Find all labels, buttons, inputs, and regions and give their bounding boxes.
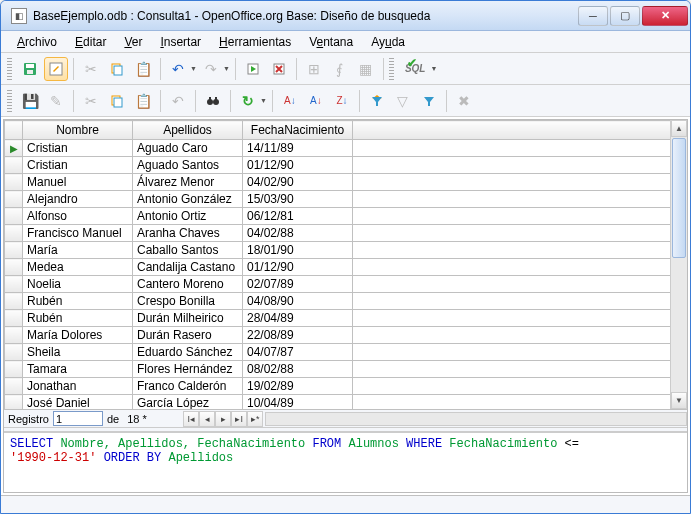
- row-header[interactable]: [5, 378, 23, 395]
- cell[interactable]: Francisco Manuel: [23, 225, 133, 242]
- undo-dropdown[interactable]: ▼: [190, 65, 197, 72]
- nav-current-input[interactable]: [53, 411, 103, 426]
- row-header[interactable]: [5, 191, 23, 208]
- row-header[interactable]: [5, 242, 23, 259]
- cell[interactable]: Franco Calderón: [133, 378, 243, 395]
- cell[interactable]: Noelia: [23, 276, 133, 293]
- toolbar-grip-2[interactable]: [389, 58, 394, 80]
- cell[interactable]: 01/12/90: [243, 259, 353, 276]
- cell[interactable]: María: [23, 242, 133, 259]
- table-row[interactable]: AlfonsoAntonio Ortiz06/12/81: [5, 208, 687, 225]
- copy-button[interactable]: [105, 57, 129, 81]
- menu-editar[interactable]: Editar: [67, 33, 114, 51]
- redo-button[interactable]: ↷: [199, 57, 223, 81]
- table-row[interactable]: ManuelÁlvarez Menor04/02/90: [5, 174, 687, 191]
- menu-herramientas[interactable]: Herramientas: [211, 33, 299, 51]
- cell[interactable]: Durán Milheirico: [133, 310, 243, 327]
- save-button[interactable]: [18, 57, 42, 81]
- menu-ver[interactable]: Ver: [116, 33, 150, 51]
- menu-insertar[interactable]: Insertar: [152, 33, 209, 51]
- row-header[interactable]: [5, 395, 23, 410]
- table-row[interactable]: RubénDurán Milheirico28/04/89: [5, 310, 687, 327]
- table-row[interactable]: Francisco ManuelAranha Chaves04/02/88: [5, 225, 687, 242]
- menu-ayuda[interactable]: Ayuda: [363, 33, 413, 51]
- apply-filter-button[interactable]: ▽: [391, 89, 415, 113]
- cell[interactable]: 06/12/81: [243, 208, 353, 225]
- refresh-dropdown[interactable]: ▼: [260, 97, 267, 104]
- cell[interactable]: Aguado Santos: [133, 157, 243, 174]
- cell[interactable]: 04/02/88: [243, 225, 353, 242]
- scroll-up-button[interactable]: ▲: [671, 120, 687, 137]
- save-record-button[interactable]: 💾: [18, 89, 42, 113]
- row-header[interactable]: [5, 208, 23, 225]
- corner-cell[interactable]: [5, 121, 23, 140]
- table-row[interactable]: JonathanFranco Calderón19/02/89: [5, 378, 687, 395]
- cell[interactable]: 15/03/90: [243, 191, 353, 208]
- redo-dropdown[interactable]: ▼: [223, 65, 230, 72]
- row-header[interactable]: [5, 276, 23, 293]
- table-row[interactable]: AlejandroAntonio González15/03/90: [5, 191, 687, 208]
- cell[interactable]: 10/04/89: [243, 395, 353, 410]
- paste-data-button[interactable]: 📋: [131, 89, 155, 113]
- cell[interactable]: Álvarez Menor: [133, 174, 243, 191]
- cell[interactable]: Tamara: [23, 361, 133, 378]
- cell[interactable]: Cantero Moreno: [133, 276, 243, 293]
- edit-data-button[interactable]: ✎: [44, 89, 68, 113]
- toolbar-grip[interactable]: [7, 58, 12, 80]
- cell[interactable]: Alfonso: [23, 208, 133, 225]
- edit-mode-button[interactable]: [44, 57, 68, 81]
- cell[interactable]: María Dolores: [23, 327, 133, 344]
- cell[interactable]: Candalija Castano: [133, 259, 243, 276]
- sort-desc-button[interactable]: Z↓: [330, 89, 354, 113]
- table-row[interactable]: TamaraFlores Hernández08/02/88: [5, 361, 687, 378]
- vertical-scrollbar[interactable]: ▲ ▼: [670, 120, 687, 409]
- cell[interactable]: 19/02/89: [243, 378, 353, 395]
- row-header[interactable]: [5, 310, 23, 327]
- nav-first-button[interactable]: I◂: [183, 411, 199, 427]
- row-header[interactable]: [5, 259, 23, 276]
- cell[interactable]: Medea: [23, 259, 133, 276]
- sql-dropdown[interactable]: ▼: [430, 65, 437, 72]
- menu-ventana[interactable]: Ventana: [301, 33, 361, 51]
- cell[interactable]: García López: [133, 395, 243, 410]
- scroll-thumb[interactable]: [672, 138, 686, 258]
- undo-button[interactable]: ↶: [166, 57, 190, 81]
- copy-data-button[interactable]: [105, 89, 129, 113]
- data-table[interactable]: Nombre Apellidos FechaNacimiento ▶Cristi…: [4, 120, 687, 409]
- col-nombre[interactable]: Nombre: [23, 121, 133, 140]
- cell[interactable]: 14/11/89: [243, 140, 353, 157]
- cell[interactable]: Jonathan: [23, 378, 133, 395]
- refresh-button[interactable]: ↻: [236, 89, 260, 113]
- cell[interactable]: Rubén: [23, 293, 133, 310]
- sql-editor[interactable]: SELECT Nombre, Apellidos, FechaNacimient…: [4, 432, 687, 492]
- row-header[interactable]: [5, 225, 23, 242]
- cell[interactable]: Alejandro: [23, 191, 133, 208]
- cell[interactable]: 01/12/90: [243, 157, 353, 174]
- autofilter-button[interactable]: [365, 89, 389, 113]
- row-header[interactable]: [5, 344, 23, 361]
- cell[interactable]: Sheila: [23, 344, 133, 361]
- sort-button[interactable]: A↓: [278, 89, 302, 113]
- find-button[interactable]: [201, 89, 225, 113]
- cell[interactable]: Antonio González: [133, 191, 243, 208]
- menu-archivo[interactable]: Archivo: [9, 33, 65, 51]
- toolbar-grip-3[interactable]: [7, 90, 12, 112]
- clear-query-button[interactable]: [267, 57, 291, 81]
- table-row[interactable]: CristianAguado Santos01/12/90: [5, 157, 687, 174]
- nav-prev-button[interactable]: ◂: [199, 411, 215, 427]
- minimize-button[interactable]: ─: [578, 6, 608, 26]
- col-fecha[interactable]: FechaNacimiento: [243, 121, 353, 140]
- cell[interactable]: 28/04/89: [243, 310, 353, 327]
- sort-asc-button[interactable]: A↓: [304, 89, 328, 113]
- row-header[interactable]: [5, 327, 23, 344]
- design-view-button[interactable]: ▦: [354, 57, 378, 81]
- cell[interactable]: 04/02/90: [243, 174, 353, 191]
- cell[interactable]: 08/02/88: [243, 361, 353, 378]
- row-header[interactable]: ▶: [5, 140, 23, 157]
- cell[interactable]: Flores Hernández: [133, 361, 243, 378]
- cell[interactable]: 18/01/90: [243, 242, 353, 259]
- cell[interactable]: Durán Rasero: [133, 327, 243, 344]
- cell[interactable]: 04/07/87: [243, 344, 353, 361]
- table-row[interactable]: RubénCrespo Bonilla04/08/90: [5, 293, 687, 310]
- cell[interactable]: Eduardo Sánchez: [133, 344, 243, 361]
